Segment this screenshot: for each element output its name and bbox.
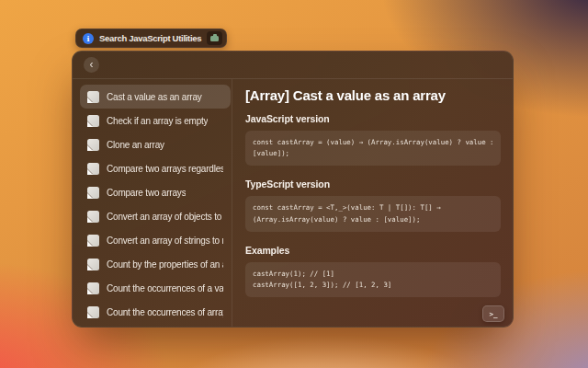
list-item-label: Convert an array of objects to a... [107,212,223,222]
command-tooltip-label: Search JavaScript Utilities [99,33,201,43]
list-item[interactable]: Count the occurrences of array... [80,300,231,324]
list-item[interactable]: Convert an array of strings to n... [80,228,231,252]
document-icon [87,115,99,127]
info-icon: i [83,33,94,44]
briefcase-icon [210,36,219,41]
document-icon [87,306,99,318]
list-item[interactable]: Count the occurrences of a val... [80,276,231,300]
window-header: ‹ [73,52,513,79]
document-icon [87,211,99,223]
section-javascript-version: JavaScript version const castArray = (va… [245,113,501,166]
detail-panel: [Array] Cast a value as an array JavaScr… [232,79,513,327]
code-block-examples: castArray(1); // [1] castArray([1, 2, 3]… [245,262,501,297]
list-item-label: Compare two arrays regardless... [107,164,223,174]
detail-title: [Array] Cast a value as an array [245,87,501,103]
code-block-typescript: const castArray = <T,_>(value: T | T[]):… [245,196,501,231]
list-item[interactable]: Convert an array of objects to a... [80,204,231,228]
code-block-javascript: const castArray = (value) ⇒ (Array.isArr… [245,131,501,166]
section-typescript-version: TypeScript version const castArray = <T,… [245,178,501,231]
list-item-label: Compare two arrays [107,188,186,198]
utilities-list: Cast a value as an array Check if an arr… [73,79,232,327]
document-icon [87,163,99,175]
list-item[interactable]: Cast a value as an array [80,85,231,109]
list-item[interactable]: Count by the properties of an a... [80,252,231,276]
list-item-label: Check if an array is empty [107,116,208,126]
back-button[interactable]: ‹ [84,57,99,73]
document-icon [87,235,99,247]
list-item-label: Count the occurrences of a val... [107,283,223,293]
section-heading: TypeScript version [245,178,501,190]
list-item-label: Cast a value as an array [107,92,202,102]
list-item-label: Count by the properties of an a... [107,259,223,270]
document-icon [87,259,99,270]
section-examples: Examples castArray(1); // [1] castArray(… [245,245,501,297]
document-icon [87,91,99,103]
list-item-label: Convert an array of strings to n... [107,236,223,246]
document-icon [87,282,99,294]
command-tooltip: i Search JavaScript Utilities [75,29,227,48]
document-icon [87,187,99,199]
list-item[interactable]: Check if an array is empty [80,109,231,132]
window-body: Cast a value as an array Check if an arr… [73,79,513,327]
document-icon [87,139,99,151]
list-item[interactable]: Compare two arrays [80,180,231,204]
section-heading: Examples [245,245,501,256]
list-item[interactable]: Clone an array [80,132,231,156]
list-item-label: Count the occurrences of array... [107,307,223,317]
section-heading: JavaScript version [245,113,501,124]
list-item[interactable]: Create an array of cumulative... [80,324,231,327]
desktop-background: i Search JavaScript Utilities ‹ Cast a v… [0,0,588,368]
launcher-window: ‹ Cast a value as an array Check if an a… [72,51,514,328]
list-item[interactable]: Compare two arrays regardless... [80,156,231,180]
list-item-label: Clone an array [107,140,164,150]
terminal-button[interactable]: >_ [482,305,504,322]
extension-icon [207,31,222,45]
